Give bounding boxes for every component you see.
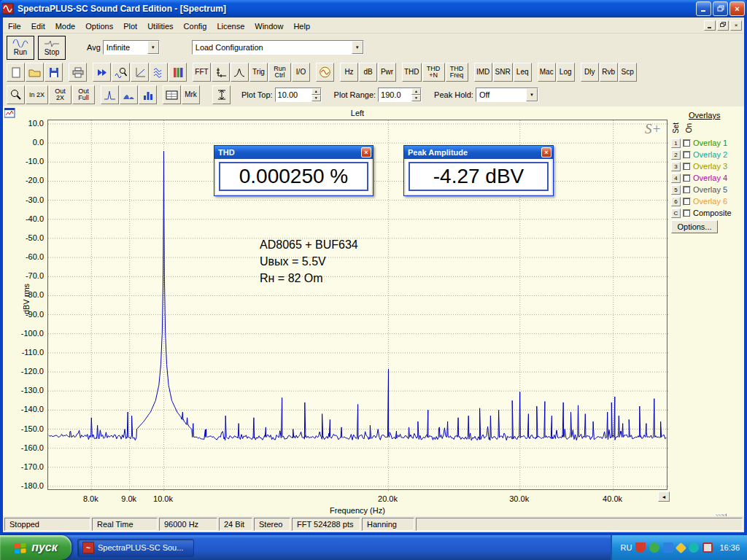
overlay-on-checkbox-4[interactable]	[683, 174, 691, 182]
overlay-set-button-C[interactable]: C	[671, 209, 681, 218]
overlay-set-button-6[interactable]: 6	[671, 197, 681, 206]
thd-freq-button[interactable]: THD Freq	[446, 63, 468, 82]
menu-plot[interactable]: Plot	[118, 20, 142, 33]
chevron-down-icon[interactable]: ▼	[352, 41, 363, 54]
line-plot-button[interactable]	[131, 63, 149, 82]
close-icon[interactable]: ×	[361, 147, 371, 158]
menu-edit[interactable]: Edit	[26, 20, 50, 33]
zoom-out-2x-button[interactable]: Out 2X	[49, 85, 71, 104]
menu-file[interactable]: File	[3, 20, 26, 33]
tray-icon-2[interactable]	[649, 542, 659, 553]
stop-button[interactable]: Stop	[38, 36, 66, 60]
marker-button[interactable]: Mrk	[182, 85, 200, 104]
plot-top-input[interactable]: 10.00 ▲▼	[275, 88, 322, 102]
chevron-down-icon[interactable]: ▼	[526, 88, 538, 101]
new-file-button[interactable]	[7, 63, 25, 82]
plot-top-spinner[interactable]: ▲▼	[311, 88, 321, 101]
overlay-set-button-4[interactable]: 4	[671, 174, 681, 183]
menu-config[interactable]: Config	[179, 20, 212, 33]
plot-range-spinner[interactable]: ▲▼	[411, 88, 421, 101]
clock[interactable]: 16:36	[719, 543, 740, 552]
h-scroll-left-button[interactable]: ◄	[658, 491, 670, 502]
mdi-close-button[interactable]: ×	[730, 20, 742, 31]
waterfall-button[interactable]	[150, 63, 168, 82]
overlays-options-button[interactable]: Options...	[671, 220, 718, 233]
save-button[interactable]	[44, 63, 63, 82]
close-icon[interactable]: ×	[541, 147, 551, 158]
snr-button[interactable]: SNR	[493, 63, 513, 82]
menu-window[interactable]: Window	[249, 20, 288, 33]
db-button[interactable]: dB	[359, 63, 377, 82]
spin-down-icon[interactable]: ▼	[411, 95, 421, 101]
fast-forward-button[interactable]	[93, 63, 111, 82]
menu-license[interactable]: License	[212, 20, 249, 33]
overlay-on-checkbox-2[interactable]	[683, 151, 691, 159]
trigger-button[interactable]: Trig	[249, 63, 268, 82]
start-button[interactable]: пуск	[0, 535, 71, 560]
mdi-restore-button[interactable]	[717, 20, 729, 31]
overlay-set-button-1[interactable]: 1	[671, 139, 681, 148]
mdi-minimize-button[interactable]	[704, 20, 716, 31]
peak-amplitude-window[interactable]: Peak Amplitude × -4.27 dBV	[403, 145, 554, 196]
scaling-button[interactable]	[212, 63, 230, 82]
minimize-button[interactable]	[696, 1, 711, 16]
zoom-out-full-button[interactable]: Out Full	[72, 85, 95, 104]
log-button[interactable]: Log	[557, 63, 575, 82]
plot-range-input[interactable]: 190.0 ▲▼	[378, 88, 422, 102]
dly-button[interactable]: Dly	[581, 63, 599, 82]
mac-button[interactable]: Mac	[538, 63, 556, 82]
tray-icon-6[interactable]	[703, 542, 713, 553]
zoom-wave-button[interactable]	[112, 63, 130, 82]
print-button[interactable]	[69, 63, 87, 82]
signal-generator-button[interactable]	[316, 63, 334, 82]
close-button[interactable]: ×	[729, 1, 745, 16]
menu-utilities[interactable]: Utilities	[142, 20, 178, 33]
fft-settings-button[interactable]: FFT	[193, 63, 211, 82]
tray-icon-5[interactable]	[689, 542, 699, 553]
menu-options[interactable]: Options	[80, 20, 118, 33]
chevron-down-icon[interactable]: ▼	[147, 41, 159, 54]
rvb-button[interactable]: Rvb	[600, 63, 618, 82]
tray-icon-3[interactable]	[663, 542, 673, 553]
data-table-button[interactable]	[163, 85, 181, 104]
spin-down-icon[interactable]: ▼	[311, 95, 321, 101]
overlay-set-button-3[interactable]: 3	[671, 162, 681, 171]
peak-hold-select[interactable]: Off ▼	[476, 88, 538, 102]
tray-icon-1[interactable]	[635, 542, 646, 553]
overlay-on-checkbox-C[interactable]	[683, 209, 691, 217]
overlay-on-checkbox-6[interactable]	[683, 198, 691, 206]
thd-window-titlebar[interactable]: THD ×	[214, 146, 373, 159]
menu-mode[interactable]: Mode	[50, 20, 81, 33]
bar-graph-button[interactable]	[139, 85, 157, 104]
overlay-set-button-2[interactable]: 2	[671, 150, 681, 160]
run-button[interactable]: Run	[7, 36, 34, 60]
leq-button[interactable]: Leq	[514, 63, 532, 82]
tray-icon-4[interactable]	[676, 542, 687, 553]
filled-curve-button[interactable]	[120, 85, 138, 104]
hz-button[interactable]: Hz	[340, 63, 358, 82]
spin-up-icon[interactable]: ▲	[411, 88, 421, 95]
open-file-button[interactable]	[26, 63, 44, 82]
overlay-set-button-5[interactable]: 5	[671, 185, 681, 195]
peak-curve-button[interactable]	[101, 85, 119, 104]
imd-button[interactable]: IMD	[474, 63, 492, 82]
thd-n-button[interactable]: THD +N	[422, 63, 445, 82]
thd-button[interactable]: THD	[402, 63, 422, 82]
overlay-on-checkbox-5[interactable]	[683, 186, 691, 194]
restore-button[interactable]	[713, 1, 728, 16]
vertical-scale-button[interactable]	[212, 85, 231, 104]
io-button[interactable]: I/O	[292, 63, 310, 82]
run-ctrl-button[interactable]: Run Ctrl	[268, 63, 291, 82]
menu-help[interactable]: Help	[288, 20, 315, 33]
spin-up-icon[interactable]: ▲	[311, 88, 321, 95]
language-indicator[interactable]: RU	[621, 543, 632, 552]
spectrogram-button[interactable]	[169, 63, 187, 82]
avg-select[interactable]: Infinite ▼	[103, 40, 160, 55]
weighting-button[interactable]	[231, 63, 249, 82]
zoom-button[interactable]	[7, 85, 25, 104]
scp-button[interactable]: Scp	[619, 63, 637, 82]
overlay-on-checkbox-1[interactable]	[683, 139, 691, 147]
load-configuration-select[interactable]: Load Configuration ▼	[192, 40, 364, 55]
zoom-in-2x-button[interactable]: In 2X	[26, 85, 48, 104]
peak-window-titlebar[interactable]: Peak Amplitude ×	[404, 146, 553, 159]
